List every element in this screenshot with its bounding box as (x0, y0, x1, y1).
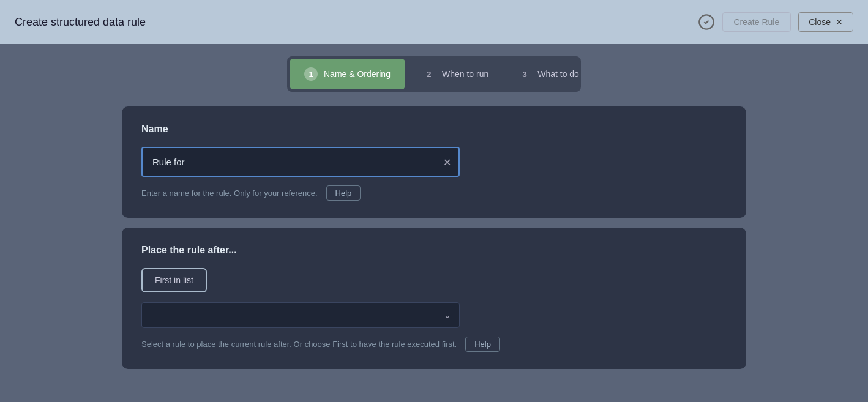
modal-wrapper: Create structured data rule Create Rule … (0, 0, 868, 402)
check-circle-icon (698, 13, 715, 31)
name-input-clear-button[interactable]: ✕ (443, 156, 451, 168)
step-2-number: 2 (422, 67, 436, 81)
name-helper-text: Enter a name for the rule. Only for your… (141, 188, 318, 198)
step-3[interactable]: 3 What to do (503, 56, 581, 92)
name-panel-title: Name (141, 124, 727, 135)
step-3-label: What to do (537, 69, 579, 79)
close-button[interactable]: Close ✕ (798, 12, 853, 32)
ordering-helper-row: Select a rule to place the current rule … (141, 337, 727, 352)
step-1[interactable]: 1 Name & Ordering (290, 59, 405, 89)
rule-order-dropdown[interactable] (141, 302, 460, 328)
header-actions: Create Rule Close ✕ (698, 12, 854, 32)
rule-name-input[interactable] (141, 147, 460, 177)
name-panel: Name ✕ Enter a name for the rule. Only f… (122, 106, 746, 218)
name-input-wrapper: ✕ (141, 147, 460, 177)
step-2[interactable]: 2 When to run (408, 56, 503, 92)
modal-body: 1 Name & Ordering 2 When to run 3 What t… (0, 44, 868, 402)
create-rule-button[interactable]: Create Rule (722, 12, 791, 32)
step-2-label: When to run (442, 69, 488, 79)
content-area: Name ✕ Enter a name for the rule. Only f… (122, 106, 746, 369)
first-in-list-button[interactable]: First in list (141, 268, 207, 292)
name-help-button[interactable]: Help (326, 185, 361, 201)
modal-header: Create structured data rule Create Rule … (0, 0, 868, 44)
close-icon: ✕ (836, 17, 843, 27)
modal-title: Create structured data rule (15, 16, 146, 29)
ordering-panel-title: Place the rule after... (141, 245, 727, 256)
close-label: Close (809, 17, 831, 27)
ordering-panel: Place the rule after... First in list ⌄ … (122, 228, 746, 369)
step-1-label: Name & Ordering (324, 69, 391, 79)
ordering-help-button[interactable]: Help (465, 337, 500, 352)
ordering-helper-text: Select a rule to place the current rule … (141, 340, 457, 349)
step-3-number: 3 (518, 67, 531, 81)
stepper: 1 Name & Ordering 2 When to run 3 What t… (287, 56, 581, 92)
name-helper-row: Enter a name for the rule. Only for your… (141, 185, 727, 201)
step-1-number: 1 (304, 67, 318, 81)
rule-order-dropdown-wrapper: ⌄ (141, 302, 460, 328)
